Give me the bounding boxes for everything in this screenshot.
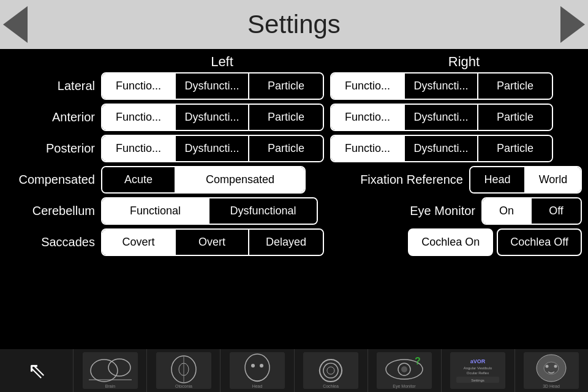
toolbar-avor[interactable]: aVOR Angular Vestibulo Ocular Reflex Set… — [442, 349, 515, 392]
posterior-left-group: Functio... Dysfuncti... Particle — [101, 135, 324, 162]
right-arrow-icon — [560, 6, 585, 43]
left-arrow-icon — [3, 6, 28, 43]
lateral-left-dysfunctional-btn[interactable]: Dysfuncti... — [176, 74, 249, 99]
lateral-right-particle-btn[interactable]: Particle — [478, 74, 552, 99]
eye-image: ? Eye Monitor — [377, 352, 432, 389]
toolbar-head-3d[interactable]: 3D Head — [515, 349, 588, 392]
svg-point-33 — [554, 365, 557, 368]
eye-monitor-group: On Off — [481, 197, 582, 225]
right-column-header: Right — [346, 54, 582, 70]
functional-btn[interactable]: Functional — [102, 198, 209, 224]
lateral-right-dysfunctional-btn[interactable]: Dysfuncti... — [405, 74, 478, 99]
head-3d-image: 3D Head — [524, 352, 579, 389]
posterior-left-functional-btn[interactable]: Functio... — [102, 136, 176, 161]
svg-text:3D Head: 3D Head — [543, 384, 560, 388]
compensated-group: Acute Compensated — [101, 166, 306, 194]
posterior-right-group: Functio... Dysfuncti... Particle — [330, 135, 553, 162]
nav-left-button[interactable] — [0, 0, 31, 49]
nav-right-button[interactable] — [557, 0, 588, 49]
lateral-right-group: Functio... Dysfuncti... Particle — [330, 72, 553, 100]
cursor-icon: ⇖ — [28, 358, 46, 383]
cochlea-off-btn[interactable]: Cochlea Off — [497, 228, 582, 256]
anterior-label: Anterior — [6, 110, 101, 124]
anterior-left-dysfunctional-btn[interactable]: Dysfuncti... — [176, 105, 249, 130]
posterior-left-dysfunctional-btn[interactable]: Dysfuncti... — [176, 136, 249, 161]
cochlea-image: Cochlea — [303, 352, 358, 389]
page-title: Settings — [247, 10, 341, 39]
lateral-right-functional-btn[interactable]: Functio... — [331, 74, 405, 99]
svg-text:?: ? — [415, 356, 421, 366]
settings-main: Left Right Lateral Functio... Dysfuncti.… — [0, 49, 588, 265]
fixation-reference-label: Fixation Reference — [360, 173, 463, 187]
head-diagram-image: Head — [230, 352, 285, 389]
svg-text:Eye Monitor: Eye Monitor — [393, 384, 417, 389]
column-headers: Left Right — [104, 54, 582, 70]
left-column-header: Left — [104, 54, 340, 70]
svg-text:Brain: Brain — [105, 384, 115, 388]
overt-btn[interactable]: Overt — [176, 230, 249, 255]
svg-point-32 — [546, 365, 549, 368]
svg-point-13 — [260, 364, 263, 368]
saccades-row: Saccades Covert Overt Delayed Cochlea On… — [6, 228, 582, 256]
posterior-right-particle-btn[interactable]: Particle — [478, 136, 552, 161]
svg-rect-10 — [230, 352, 285, 389]
svg-point-20 — [401, 366, 407, 372]
posterior-label: Posterior — [6, 141, 101, 156]
toolbar-head-diagram[interactable]: Head — [221, 349, 294, 392]
cerebellum-label: Cerebellum — [6, 204, 101, 218]
toolbar: ⇖ Brain Otoconia — [0, 349, 588, 392]
anterior-row: Anterior Functio... Dysfuncti... Particl… — [6, 104, 582, 131]
lateral-left-particle-btn[interactable]: Particle — [249, 74, 323, 99]
anterior-left-functional-btn[interactable]: Functio... — [102, 105, 176, 130]
brain-diagram-image: Brain — [83, 352, 138, 389]
anterior-right-particle-btn[interactable]: Particle — [478, 105, 552, 130]
compensated-btn[interactable]: Compensated — [176, 167, 304, 192]
svg-text:Otoconia: Otoconia — [175, 384, 192, 388]
anterior-right-group: Functio... Dysfuncti... Particle — [330, 104, 553, 131]
covert-btn[interactable]: Covert — [102, 230, 176, 255]
posterior-right-dysfunctional-btn[interactable]: Dysfuncti... — [405, 136, 478, 161]
eye-on-btn[interactable]: On — [483, 198, 532, 224]
cerebellum-row: Cerebellum Functional Dysfunctional Eye … — [6, 197, 582, 225]
dysfunctional-btn[interactable]: Dysfunctional — [209, 198, 317, 224]
lateral-label: Lateral — [6, 79, 101, 93]
toolbar-cochlea[interactable]: Cochlea — [295, 349, 368, 392]
toolbar-brain-diagram[interactable]: Brain — [74, 349, 147, 392]
lateral-left-group: Functio... Dysfuncti... Particle — [101, 72, 324, 100]
svg-rect-15 — [303, 352, 358, 389]
lateral-left-functional-btn[interactable]: Functio... — [102, 74, 176, 99]
anterior-left-particle-btn[interactable]: Particle — [249, 105, 323, 130]
head-btn[interactable]: Head — [470, 167, 526, 192]
anterior-right-functional-btn[interactable]: Functio... — [331, 105, 405, 130]
toolbar-otoconia[interactable]: Otoconia — [147, 349, 221, 392]
avor-image: aVOR Angular Vestibulo Ocular Reflex Set… — [450, 352, 505, 389]
posterior-right-functional-btn[interactable]: Functio... — [331, 136, 405, 161]
svg-text:Head: Head — [252, 384, 263, 388]
compensated-label: Compensated — [6, 173, 101, 187]
toolbar-cursor[interactable]: ⇖ — [0, 349, 74, 392]
delayed-btn[interactable]: Delayed — [249, 230, 323, 255]
saccades-label: Saccades — [6, 235, 101, 249]
anterior-left-group: Functio... Dysfuncti... Particle — [101, 104, 324, 131]
acute-btn[interactable]: Acute — [102, 167, 176, 192]
eye-monitor-label: Eye Monitor — [410, 204, 475, 218]
svg-rect-23 — [450, 352, 505, 389]
fixation-group: Head World — [469, 166, 582, 194]
posterior-left-particle-btn[interactable]: Particle — [249, 136, 323, 161]
posterior-row: Posterior Functio... Dysfuncti... Partic… — [6, 135, 582, 162]
anterior-right-dysfunctional-btn[interactable]: Dysfuncti... — [405, 105, 478, 130]
lateral-row: Lateral Functio... Dysfuncti... Particle… — [6, 72, 582, 100]
svg-point-12 — [251, 364, 255, 368]
svg-text:aVOR: aVOR — [470, 358, 486, 364]
svg-point-31 — [544, 362, 559, 374]
svg-text:Ocular Reflex: Ocular Reflex — [467, 371, 489, 375]
otoconia-image: Otoconia — [156, 352, 211, 389]
svg-text:Cochlea: Cochlea — [323, 384, 339, 388]
svg-text:Angular Vestibulo: Angular Vestibulo — [464, 366, 492, 370]
saccades-group: Covert Overt Delayed — [101, 228, 324, 256]
cochlea-on-btn[interactable]: Cochlea On — [408, 228, 493, 256]
svg-text:Settings: Settings — [471, 379, 484, 382]
world-btn[interactable]: World — [526, 167, 581, 192]
eye-off-btn[interactable]: Off — [532, 198, 581, 224]
toolbar-eye[interactable]: ? Eye Monitor — [368, 349, 442, 392]
